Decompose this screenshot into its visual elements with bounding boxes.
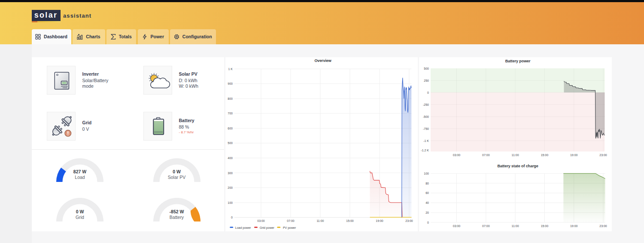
svg-text:Battery power: Battery power	[505, 59, 530, 63]
svg-text:03:00: 03:00	[453, 154, 460, 157]
svg-text:500: 500	[228, 141, 233, 145]
svg-text:-500: -500	[422, 115, 428, 118]
svg-text:20: 20	[425, 211, 429, 214]
svg-text:-1 K: -1 K	[423, 139, 429, 142]
svg-text:15:00: 15:00	[541, 154, 548, 157]
svg-text:-1.2 K: -1.2 K	[421, 149, 429, 152]
svg-text:07:00: 07:00	[482, 225, 490, 228]
svg-text:300: 300	[228, 172, 233, 175]
svg-text:23:00: 23:00	[599, 225, 607, 228]
svg-text:100: 100	[228, 201, 233, 204]
svg-text:100: 100	[424, 172, 429, 175]
svg-text:11:00: 11:00	[511, 225, 519, 228]
svg-text:03:00: 03:00	[453, 225, 460, 228]
svg-text:PV power: PV power	[283, 226, 296, 230]
svg-text:Overview: Overview	[314, 58, 331, 63]
svg-text:250: 250	[424, 79, 429, 82]
svg-text:1 K: 1 K	[228, 68, 233, 71]
svg-text:800: 800	[228, 97, 233, 100]
svg-text:700: 700	[228, 112, 233, 115]
svg-text:Battery state of charge: Battery state of charge	[497, 164, 538, 168]
svg-text:-250: -250	[422, 103, 428, 106]
svg-text:200: 200	[228, 186, 233, 189]
svg-text:23:00: 23:00	[405, 219, 413, 222]
svg-text:03:00: 03:00	[257, 219, 265, 222]
svg-text:Load power: Load power	[235, 226, 251, 230]
svg-text:07:00: 07:00	[482, 154, 490, 157]
svg-text:19:00: 19:00	[376, 219, 383, 222]
svg-text:15:00: 15:00	[346, 219, 354, 222]
svg-text:0: 0	[427, 91, 429, 94]
svg-text:Grid power: Grid power	[259, 226, 274, 230]
svg-text:60: 60	[425, 191, 429, 194]
svg-text:900: 900	[228, 82, 233, 85]
svg-text:40: 40	[425, 201, 429, 204]
svg-text:15:00: 15:00	[541, 225, 548, 228]
svg-text:80: 80	[425, 182, 429, 185]
svg-text:400: 400	[228, 157, 233, 160]
svg-text:11:00: 11:00	[316, 219, 324, 222]
svg-text:500: 500	[424, 67, 429, 70]
svg-text:19:00: 19:00	[570, 154, 577, 157]
svg-text:23:00: 23:00	[599, 154, 607, 157]
svg-text:-750: -750	[422, 127, 428, 130]
svg-text:11:00: 11:00	[511, 154, 519, 157]
svg-text:19:00: 19:00	[570, 225, 577, 228]
svg-text:07:00: 07:00	[287, 219, 295, 222]
svg-text:0: 0	[427, 221, 429, 224]
svg-text:600: 600	[228, 127, 233, 130]
svg-text:0: 0	[231, 216, 233, 219]
